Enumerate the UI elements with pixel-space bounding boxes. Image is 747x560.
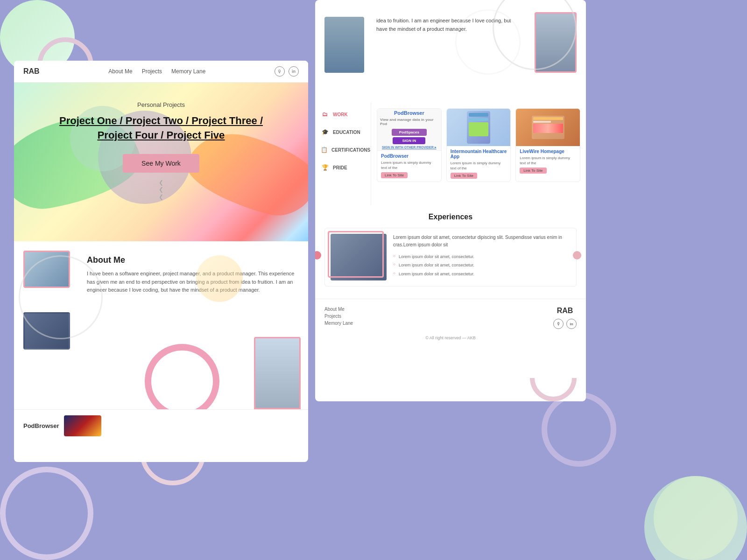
- podbrowser-other-provider[interactable]: SIGN IN WITH OTHER PROVIDER ▸: [382, 146, 437, 149]
- livewire-link-button[interactable]: Link To Site: [520, 168, 546, 174]
- experience-card: Lorem ipsum dolor sit amet, consectetur …: [324, 228, 577, 287]
- project-cards-row: PodBrowser View and manage data in your …: [377, 108, 580, 182]
- podbrowser-sign-in-pod: PodSpaces: [392, 129, 427, 136]
- intermountain-link-button[interactable]: Link To Site: [451, 173, 477, 179]
- nav-link-projects[interactable]: Projects: [142, 68, 162, 75]
- experiences-section: Experiences Lorem ipsum dolor sit amet, …: [315, 205, 586, 299]
- right-person-image: [324, 17, 364, 73]
- podbrowser-card-desc: Lorem ipsum is simply dummy text of the: [381, 160, 437, 170]
- navbar: RAB About Me Projects Memory Lane 🎙 in: [14, 61, 308, 83]
- intermountain-card-desc: Lorem ipsum is simply dummy text of the: [451, 161, 507, 171]
- cert-icon: 📋: [321, 146, 328, 154]
- footer-podcast-icon[interactable]: 🎙: [553, 319, 564, 329]
- intermountain-card-body: Intermountain Healthcare App Lorem ipsum…: [447, 146, 511, 182]
- hero-subtitle: Personal Projects: [14, 101, 308, 108]
- nav-links: About Me Projects Memory Lane: [108, 68, 205, 75]
- footer-icons: 🎙 in: [553, 319, 577, 329]
- hero-content: Personal Projects Project One / Project …: [14, 83, 308, 173]
- exp-bullet-1: Lorem ipsum dolor sit amet, consectetur.: [393, 252, 571, 261]
- exp-card-wrapper: Lorem ipsum dolor sit amet, consectetur …: [324, 228, 577, 287]
- about-title: About Me: [87, 255, 299, 265]
- footer-nav: About Me Projects Memory Lane: [324, 307, 353, 326]
- right-panel: idea to fruition. I am an engineer becau…: [315, 0, 586, 401]
- exp-bullets-list: Lorem ipsum dolor sit amet, consectetur.…: [393, 252, 571, 278]
- sidebar-item-certifications[interactable]: 📋 CERTIFICATIONS: [321, 146, 365, 154]
- experiences-title: Experiences: [324, 213, 577, 221]
- exp-image-border: [328, 231, 384, 278]
- footer-section: About Me Projects Memory Lane RAB 🎙 in: [315, 299, 586, 333]
- about-section: About Me I have been a software engineer…: [14, 241, 308, 409]
- education-icon: 🎓: [321, 128, 329, 136]
- hero-title-line1: Project One / Project Two / Project Thre…: [59, 115, 263, 126]
- project-card-podbrowser: PodBrowser View and manage data in your …: [377, 108, 442, 182]
- about-portrait: [254, 337, 301, 409]
- work-icon: 🗂: [321, 110, 329, 119]
- footer-link-about[interactable]: About Me: [324, 307, 353, 312]
- work-sidebar: 🗂 WORK 🎓 EDUCATION 📋 CERTIFICATIONS 🏆 PR…: [315, 103, 371, 205]
- pride-icon: 🏆: [321, 163, 329, 172]
- sidebar-item-pride[interactable]: 🏆 PRIDE: [321, 163, 365, 172]
- footer-center: RAB 🎙 in: [553, 307, 577, 329]
- project-card-livewire: LiveWire Homepage Lorem ipsum is simply …: [515, 108, 580, 182]
- podbrowser-label: PodBrowser: [23, 422, 59, 429]
- about-description: I have been a software engineer, project…: [87, 270, 299, 294]
- about-image-1: [23, 251, 70, 288]
- exp-dot-left: [315, 251, 321, 259]
- footer-copyright: © All right reserved — AKB: [315, 333, 586, 344]
- sidebar-label-work: WORK: [333, 112, 348, 117]
- hero-title: Project One / Project Two / Project Thre…: [14, 114, 308, 143]
- hero-title-line2: Project Four / Project Five: [98, 129, 225, 141]
- podbrowser-sign-in-btn[interactable]: SIGN IN: [393, 137, 425, 144]
- nav-icons: 🎙 in: [275, 66, 299, 77]
- livewire-card-img: [516, 109, 580, 146]
- podbrowser-card-body: PodBrowser Lorem ipsum is simply dummy t…: [377, 151, 441, 181]
- sidebar-label-education: EDUCATION: [333, 130, 360, 135]
- right-portrait-second: [535, 12, 577, 73]
- exp-dot-right: [573, 251, 581, 259]
- exp-text-content: Lorem ipsum dolor sit amet, consectetur …: [393, 234, 571, 280]
- podbrowser-preview: PodBrowser: [14, 409, 308, 442]
- linkedin-icon[interactable]: in: [289, 66, 299, 77]
- right-top-section: idea to fruition. I am an engineer becau…: [315, 0, 586, 103]
- intermountain-card-img: [447, 109, 511, 146]
- exp-bullet-2: Lorem ipsum dolor sit amet, consectetur.: [393, 261, 571, 269]
- livewire-card-desc: Lorem ipsum is simply dummy text of the: [520, 155, 576, 166]
- intermountain-card-title: Intermountain Healthcare App: [451, 149, 507, 159]
- right-about-text: idea to fruition. I am an engineer becau…: [372, 7, 527, 95]
- about-images: [23, 251, 79, 400]
- footer-logo: RAB: [553, 307, 577, 315]
- exp-bullet-3: Lorem ipsum dolor sit amet, consectetur.: [393, 270, 571, 278]
- footer-link-projects[interactable]: Projects: [324, 314, 353, 319]
- sidebar-item-work[interactable]: 🗂 WORK: [321, 110, 365, 119]
- project-card-intermountain: Intermountain Healthcare App Lorem ipsum…: [446, 108, 511, 182]
- podcast-icon[interactable]: 🎙: [275, 66, 285, 77]
- sidebar-label-pride: PRIDE: [333, 165, 347, 170]
- podbrowser-card-sub: View and manage data in your Pod: [380, 118, 438, 126]
- about-image-2: [23, 312, 70, 350]
- sidebar-label-certifications: CERTIFICATIONS: [331, 147, 370, 153]
- nav-link-memory[interactable]: Memory Lane: [171, 68, 205, 75]
- livewire-card-body: LiveWire Homepage Lorem ipsum is simply …: [516, 146, 580, 176]
- exp-description: Lorem ipsum dolor sit amet, consectetur …: [393, 234, 571, 249]
- nav-logo: RAB: [23, 67, 40, 76]
- exp-image: [331, 234, 387, 280]
- footer-linkedin-icon[interactable]: in: [566, 319, 577, 329]
- project-cards-area: PodBrowser View and manage data in your …: [371, 103, 586, 205]
- see-my-work-button[interactable]: See My Work: [123, 154, 199, 173]
- footer-deco-circle: [530, 378, 577, 401]
- sidebar-item-education[interactable]: 🎓 EDUCATION: [321, 128, 365, 136]
- footer-link-memory[interactable]: Memory Lane: [324, 321, 353, 326]
- podbrowser-thumb: [64, 415, 101, 436]
- podbrowser-card-title: PodBrowser: [381, 154, 437, 159]
- work-section: 🗂 WORK 🎓 EDUCATION 📋 CERTIFICATIONS 🏆 PR…: [315, 103, 586, 205]
- nav-link-about[interactable]: About Me: [108, 68, 132, 75]
- podbrowser-card-brand: PodBrowser: [394, 110, 424, 116]
- podbrowser-link-button[interactable]: Link To Site: [381, 172, 408, 178]
- hero-chevrons: ❮❮❮: [14, 179, 308, 201]
- left-panel: RAB About Me Projects Memory Lane 🎙 in P…: [14, 61, 308, 462]
- hero-section: Personal Projects Project One / Project …: [14, 83, 308, 241]
- livewire-card-title: LiveWire Homepage: [520, 149, 576, 154]
